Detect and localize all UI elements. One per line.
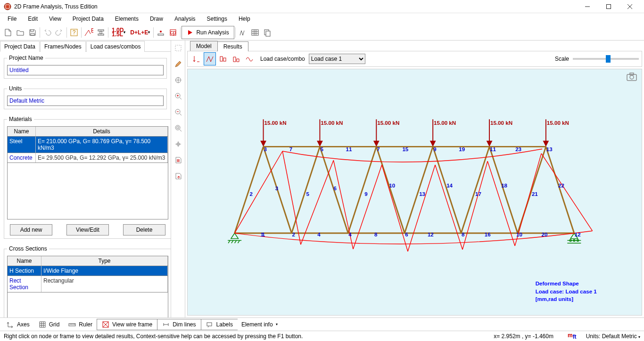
menu-elements[interactable]: Elements xyxy=(109,14,144,24)
svg-rect-3 xyxy=(606,4,611,8)
svg-text:10: 10 xyxy=(389,182,395,188)
res-shear-icon[interactable] xyxy=(230,52,242,65)
status-hint: Right click on node or frame to view det… xyxy=(4,333,484,340)
menu-draw[interactable]: Draw xyxy=(144,14,169,24)
svg-text:6: 6 xyxy=(333,185,337,191)
materials-title: Materials xyxy=(7,116,34,122)
sections-row-h[interactable]: H Section I/Wide Flange xyxy=(7,266,168,276)
material-icon[interactable]: E xyxy=(83,26,95,39)
results-toolbar: Load case/combo Load case 1 Scale xyxy=(187,51,642,67)
menu-edit[interactable]: Edit xyxy=(22,14,43,24)
menu-file[interactable]: File xyxy=(2,14,22,24)
titlebar: 2D Frame Analysis, Truss Edition xyxy=(0,0,644,13)
svg-text:13: 13 xyxy=(419,191,425,197)
bb-element-info[interactable]: Element info ▾ xyxy=(238,319,281,330)
bb-wireframe[interactable]: View wire frame xyxy=(97,319,157,330)
svg-line-60 xyxy=(546,146,574,233)
node-icon[interactable] xyxy=(155,26,167,39)
units-label: Units xyxy=(7,85,24,92)
run-analysis-label: Run Analysis xyxy=(196,29,229,36)
materials-edit-button[interactable]: View/Edit xyxy=(66,224,109,235)
project-name-input[interactable] xyxy=(7,65,164,75)
svg-text:8: 8 xyxy=(462,231,465,237)
res-deformed-icon[interactable] xyxy=(204,52,216,65)
tool-copy-icon[interactable] xyxy=(261,26,273,39)
tab-frames-nodes[interactable]: Frames/Nodes xyxy=(40,41,86,52)
svg-text:7: 7 xyxy=(289,146,292,152)
load-combo-2-button[interactable]: D+L+E▾ xyxy=(128,26,152,39)
section-icon[interactable] xyxy=(95,26,107,39)
sections-title: Cross Sections xyxy=(7,245,49,252)
res-reactions-icon[interactable] xyxy=(190,52,203,65)
tab-project-data[interactable]: Project Data xyxy=(0,41,40,52)
zoom-in-icon[interactable] xyxy=(173,90,184,102)
svg-marker-78 xyxy=(374,141,379,146)
menu-help[interactable]: Help xyxy=(233,14,256,24)
svg-rect-11 xyxy=(98,34,104,35)
tool-displacement-icon[interactable] xyxy=(237,26,249,39)
app-icon xyxy=(4,3,11,10)
tab-results[interactable]: Results xyxy=(217,41,248,51)
select-icon[interactable] xyxy=(173,42,184,54)
run-analysis-button[interactable]: Run Analysis xyxy=(182,26,234,39)
svg-line-53 xyxy=(348,146,376,233)
left-panel: Project Data Frames/Nodes Load cases/com… xyxy=(0,41,171,317)
new-icon[interactable] xyxy=(2,26,14,39)
export-icon[interactable] xyxy=(173,170,184,182)
res-moment-icon[interactable] xyxy=(243,52,256,65)
bb-axes[interactable]: Axes xyxy=(2,319,34,330)
svg-line-54 xyxy=(376,146,405,233)
minimize-button[interactable] xyxy=(577,0,598,13)
load-case-select[interactable]: Load case 1 xyxy=(309,54,365,64)
save-icon[interactable] xyxy=(26,26,39,39)
close-button[interactable] xyxy=(619,0,640,13)
tool-table-icon[interactable] xyxy=(249,26,261,39)
zoom-window-icon[interactable] xyxy=(173,122,184,134)
undo-icon[interactable] xyxy=(41,26,53,39)
scale-slider[interactable] xyxy=(573,58,639,60)
pencil-icon[interactable] xyxy=(173,58,184,70)
bb-grid[interactable]: Grid xyxy=(34,319,65,330)
svg-line-65 xyxy=(353,165,382,249)
materials-row-concrete[interactable]: Concrete E= 29.500 GPa, G= 12.292 GPa, γ… xyxy=(7,153,168,163)
materials-delete-button[interactable]: Delete xyxy=(123,224,165,235)
menu-settings[interactable]: Settings xyxy=(201,14,233,24)
maximize-button[interactable] xyxy=(598,0,619,13)
zoom-out-icon[interactable] xyxy=(173,106,184,118)
svg-text:2: 2 xyxy=(250,191,253,197)
open-icon[interactable] xyxy=(14,26,26,39)
bb-ruler[interactable]: Ruler xyxy=(64,319,97,330)
menu-analysis[interactable]: Analysis xyxy=(169,14,201,24)
menu-view[interactable]: View xyxy=(43,14,67,24)
snapshot-icon[interactable] xyxy=(627,72,637,83)
help-icon[interactable]: ? xyxy=(68,26,80,39)
svg-text:Load case: Load case 1: Load case: Load case 1 xyxy=(536,288,597,294)
bb-dimlines[interactable]: Dim lines xyxy=(157,319,201,330)
svg-text:17: 17 xyxy=(475,191,481,197)
zoom-fit-icon[interactable] xyxy=(173,138,184,150)
svg-line-56 xyxy=(433,146,461,233)
report-icon[interactable] xyxy=(173,154,184,166)
load-combo-1-button[interactable]: 1.0D 1.5L▾ xyxy=(109,26,128,39)
status-units[interactable]: Units: Default Metric ▾ xyxy=(586,333,640,340)
svg-line-55 xyxy=(405,146,433,233)
menu-project-data[interactable]: Project Data xyxy=(67,14,109,24)
svg-text:18: 18 xyxy=(501,182,507,188)
redo-icon[interactable] xyxy=(53,26,66,39)
side-toolbar xyxy=(171,41,185,317)
svg-marker-16 xyxy=(188,30,192,35)
units-input[interactable] xyxy=(7,96,164,106)
right-tabs: Model Results xyxy=(185,41,644,51)
svg-text:3: 3 xyxy=(264,146,267,152)
pan-icon[interactable] xyxy=(173,74,184,86)
sections-row-rect[interactable]: Rect Section Rectangular xyxy=(7,276,168,292)
tab-model[interactable]: Model xyxy=(190,41,218,51)
frame-icon[interactable]: cp xyxy=(167,26,179,39)
tab-load-cases[interactable]: Load cases/combos xyxy=(86,41,145,52)
analysis-canvas[interactable]: 15.00 kN 15.00 kN 15.00 kN 15.00 kN 15.0… xyxy=(187,69,642,316)
materials-row-steel[interactable]: Steel E= 210.000 GPa, G= 80.769 GPa, γ= … xyxy=(7,137,168,153)
res-axial-icon[interactable] xyxy=(217,52,229,65)
bb-labels[interactable]: Labels xyxy=(201,319,238,330)
materials-add-button[interactable]: Add new xyxy=(10,224,52,235)
svg-point-39 xyxy=(630,75,634,79)
